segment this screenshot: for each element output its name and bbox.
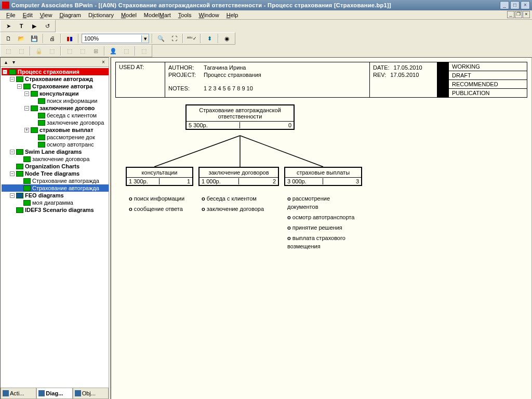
tree-item[interactable]: рассмотрение док	[2, 134, 109, 141]
minimize-button[interactable]: _	[500, 1, 509, 9]
explorer-icon[interactable]: ▮▮	[64, 33, 75, 44]
child-node[interactable]: консультации1 300р.1	[126, 167, 193, 186]
new-icon[interactable]: 🗋	[3, 33, 14, 44]
mm6-icon: ⊞	[90, 46, 101, 56]
tree-item[interactable]: осмотр автотранс	[2, 141, 109, 148]
node-icon	[16, 149, 23, 155]
tree-item[interactable]: −FEO diagrams	[2, 192, 109, 199]
expand-icon[interactable]: −	[17, 84, 22, 89]
node-icon	[38, 98, 45, 104]
node-icon	[23, 84, 31, 89]
text-tool-icon[interactable]: T	[16, 21, 27, 31]
menu-view[interactable]: View	[37, 11, 56, 19]
report-icon[interactable]: ◉	[221, 33, 233, 44]
tree-item[interactable]: моя диаграмма	[2, 199, 109, 206]
mdi-restore-button[interactable]: ❐	[515, 11, 522, 18]
model-tree[interactable]: −Процесс страхования−Страхование автогра…	[1, 67, 109, 386]
save-icon[interactable]: 💾	[29, 33, 40, 44]
menu-tools[interactable]: Tools	[175, 11, 195, 19]
tab-activities[interactable]: Acti...	[1, 388, 36, 399]
hierarchy-icon[interactable]: ⬍	[204, 33, 215, 44]
tree-item[interactable]: Страхование автогражда	[2, 177, 109, 184]
tree-item[interactable]: −Node Tree diagrams	[2, 170, 109, 177]
node-icon	[23, 185, 31, 191]
node-icon	[9, 69, 16, 75]
menu-diagram[interactable]: Diagram	[56, 11, 84, 19]
tree-item[interactable]: −Swim Lane diagrams	[2, 148, 109, 155]
pointer-tool-icon[interactable]: ➤	[3, 21, 14, 31]
tab-objects[interactable]: Obj...	[73, 388, 109, 399]
toolbar-modelmart: ⬚ ⬚ 🔒 ⬚ ⬚ ⬚ ⊞ 👤 ⬚ ⬚	[0, 45, 152, 57]
bullet-list: рассмотрение документовосмотр автотрансп…	[287, 194, 360, 252]
tab-diagrams[interactable]: Diag...	[36, 388, 72, 399]
refresh-icon[interactable]: ↺	[42, 21, 53, 31]
mm5-icon: ⬚	[77, 46, 88, 56]
print-icon[interactable]: 🖨	[46, 33, 58, 44]
expand-icon[interactable]: −	[10, 171, 15, 176]
tree-item[interactable]: −Процесс страхования	[2, 68, 109, 75]
zoom-select[interactable]: 100%▾	[82, 34, 149, 43]
expand-icon[interactable]: −	[24, 106, 29, 111]
tree-item[interactable]: поиск информации	[2, 97, 109, 104]
expand-icon[interactable]: −	[10, 193, 15, 198]
play-icon[interactable]: ▶	[29, 21, 40, 31]
tree-item[interactable]: беседа с клиентом	[2, 112, 109, 119]
tree-item[interactable]: −консультации	[2, 90, 109, 97]
expand-icon[interactable]: −	[24, 91, 29, 96]
diagram-canvas[interactable]: USED AT: AUTHOR:Тагачина Ирина PROJECT:П…	[111, 57, 532, 399]
window-controls: _ □ ×	[500, 1, 530, 9]
lock-icon: 🔒	[33, 46, 45, 56]
title-bar: Computer Associates BPwin - [(A0N) Страх…	[0, 0, 532, 10]
menu-help[interactable]: Help	[223, 11, 242, 19]
menu-model[interactable]: Model	[118, 11, 140, 19]
node-icon	[23, 156, 31, 162]
nav-down-icon[interactable]: ▾	[10, 59, 17, 65]
window-title: Computer Associates BPwin - [(A0N) Страх…	[11, 2, 500, 8]
zoom-in-icon[interactable]: 🔍	[155, 33, 167, 44]
expand-icon[interactable]: +	[24, 128, 29, 132]
tree-item[interactable]: IDEF3 Scenario diagrams	[2, 206, 109, 214]
person-icon[interactable]: 👤	[108, 46, 119, 56]
node-icon	[31, 91, 38, 97]
menu-file[interactable]: File	[3, 11, 19, 19]
tree-item[interactable]: −Страхование автогра	[2, 83, 109, 90]
zoom-fit-icon[interactable]: ⛶	[168, 33, 180, 44]
menu-modelmart[interactable]: ModelMart	[141, 11, 174, 19]
mdi-minimize-button[interactable]: _	[507, 11, 514, 18]
tree-item[interactable]: заключение договора	[2, 119, 109, 126]
mm8-icon: ⬚	[138, 46, 150, 56]
toolbar-standard: 🗋 📂 💾 🖨 ▮▮ 100%▾ 🔍 ⛶ ᴬᴮᶜ✓ ⬍ ◉	[0, 32, 235, 45]
diagram-header: USED AT: AUTHOR:Тагачина Ирина PROJECT:П…	[115, 62, 527, 98]
tree-item[interactable]: −Страхование автогражд	[2, 75, 109, 83]
toolbar-tools: ➤ T ▶ ↺	[0, 20, 56, 32]
tree-item[interactable]: −заключение догово	[2, 104, 109, 112]
mdi-close-button[interactable]: ×	[523, 11, 530, 18]
child-node[interactable]: заключение договоров1 000р.2	[198, 167, 279, 186]
menu-edit[interactable]: Edit	[20, 11, 36, 19]
node-icon	[38, 135, 45, 140]
root-node[interactable]: Страхование автогражданской ответственно…	[185, 104, 295, 130]
app-icon	[2, 2, 9, 9]
mm4-icon: ⬚	[64, 46, 75, 56]
svg-line-2	[240, 136, 323, 167]
expand-icon[interactable]: −	[10, 77, 15, 82]
menu-window[interactable]: Window	[196, 11, 222, 19]
tree-item[interactable]: Organization Charts	[2, 163, 109, 170]
open-icon[interactable]: 📂	[16, 33, 27, 44]
nav-up-icon[interactable]: ▴	[3, 59, 9, 65]
spellcheck-icon[interactable]: ᴬᴮᶜ✓	[186, 33, 197, 44]
tree-item[interactable]: заключение договора	[2, 155, 109, 163]
tree-item[interactable]: Страхование автогражда	[2, 184, 109, 192]
used-at-cell: USED AT:	[116, 62, 165, 97]
close-button[interactable]: ×	[521, 1, 530, 9]
tree-item[interactable]: +страховые выплат	[2, 126, 109, 134]
expand-icon[interactable]: −	[10, 150, 15, 154]
expand-icon[interactable]: −	[3, 70, 7, 74]
node-icon	[16, 76, 23, 82]
menu-dictionary[interactable]: Dictionary	[85, 11, 117, 19]
close-panel-icon[interactable]: ×	[100, 59, 107, 65]
child-node[interactable]: страховые выплаты3 000р.3	[284, 167, 362, 186]
model-explorer: ▴ ▾ × −Процесс страхования−Страхование а…	[0, 57, 109, 399]
maximize-button[interactable]: □	[510, 1, 520, 9]
menu-bar: File Edit View Diagram Dictionary Model …	[0, 10, 532, 20]
